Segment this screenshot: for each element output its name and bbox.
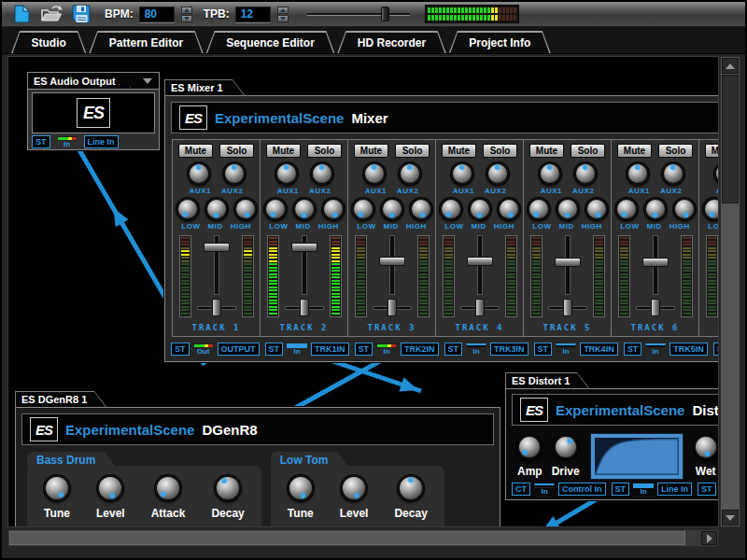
eq-knob[interactable] xyxy=(644,198,667,220)
pan-handle[interactable] xyxy=(388,299,397,316)
fader-track[interactable] xyxy=(653,235,658,295)
aux-knob[interactable] xyxy=(574,162,597,185)
pan-handle[interactable] xyxy=(212,299,221,316)
scroll-up-button[interactable] xyxy=(722,58,739,74)
port-name-badge[interactable]: TRK1IN xyxy=(311,343,349,356)
port-type-badge[interactable]: ST xyxy=(624,343,642,356)
window-es-audio-output[interactable]: ES Audio Output ES STInLine In xyxy=(27,72,160,150)
port-type-badge[interactable]: ST xyxy=(713,343,719,356)
solo-button[interactable]: Solo xyxy=(483,144,517,158)
eq-knob[interactable] xyxy=(381,198,403,220)
port-type-badge[interactable]: ST xyxy=(612,483,630,496)
window-es-mixer[interactable]: ES Mixer 1 ES ExperimentalScene Mixer Mu… xyxy=(164,79,719,362)
eq-knob[interactable] xyxy=(703,198,720,220)
aux-knob[interactable] xyxy=(223,162,246,185)
eq-knob[interactable] xyxy=(673,198,696,220)
level-knob[interactable] xyxy=(341,475,367,501)
scroll-down-button[interactable] xyxy=(722,510,739,525)
eq-knob[interactable] xyxy=(234,198,257,220)
fader-handle[interactable] xyxy=(467,257,493,266)
drive-knob[interactable] xyxy=(554,435,578,459)
tab-project-info[interactable]: Project Info xyxy=(449,31,551,53)
eq-knob[interactable] xyxy=(352,198,374,220)
aux-knob[interactable] xyxy=(627,162,649,185)
aux-knob[interactable] xyxy=(188,162,210,185)
port-type-badge[interactable]: ST xyxy=(171,343,190,356)
eq-knob[interactable] xyxy=(410,198,432,220)
tune-knob[interactable] xyxy=(44,475,70,501)
mute-button[interactable]: Mute xyxy=(529,144,564,158)
port-type-badge[interactable]: ST xyxy=(32,135,50,148)
mute-button[interactable]: Mute xyxy=(617,144,652,158)
eq-knob[interactable] xyxy=(293,198,316,220)
pan-slider[interactable] xyxy=(371,299,414,317)
window-titlebar[interactable]: ES Audio Output xyxy=(27,72,160,89)
decay-knob[interactable] xyxy=(398,475,424,501)
port-name-badge[interactable]: Line In xyxy=(84,135,119,148)
scroll-right-button[interactable] xyxy=(701,531,717,545)
tab-hd-recorder[interactable]: HD Recorder xyxy=(337,31,445,53)
port-type-badge[interactable]: ST xyxy=(355,343,374,356)
port-type-badge[interactable]: ST xyxy=(265,343,284,356)
bpm-down-button[interactable] xyxy=(181,15,192,22)
pan-handle[interactable] xyxy=(563,299,572,316)
fader-handle[interactable] xyxy=(642,258,669,267)
vertical-scrollbar[interactable] xyxy=(720,56,740,527)
window-es-distort[interactable]: ES Distort 1 ES ExperimentalScene Distor… xyxy=(505,372,719,500)
port-name-badge[interactable]: TRK2IN xyxy=(401,343,439,356)
window-es-dgenr8[interactable]: ES DGenR8 1 ES ExperimentalScene DGenR8 … xyxy=(15,391,500,527)
fader-track[interactable] xyxy=(302,235,307,295)
mute-button[interactable]: Mute xyxy=(178,144,213,158)
save-file-button[interactable] xyxy=(69,4,93,24)
fader-track[interactable] xyxy=(477,235,483,295)
solo-button[interactable]: Solo xyxy=(307,144,342,158)
tune-knob[interactable] xyxy=(288,475,314,501)
pan-slider[interactable] xyxy=(283,299,326,317)
tab-studio[interactable]: Studio xyxy=(11,31,86,53)
eq-knob[interactable] xyxy=(528,198,550,220)
horizontal-scrollbar[interactable] xyxy=(7,529,719,547)
pan-slider[interactable] xyxy=(458,299,501,317)
aux-knob[interactable] xyxy=(363,162,386,185)
open-file-button[interactable] xyxy=(39,4,63,24)
tpb-field[interactable]: 12 xyxy=(235,7,271,22)
eq-knob[interactable] xyxy=(615,198,638,220)
fader-track[interactable] xyxy=(214,235,219,295)
vertical-scroll-thumb[interactable] xyxy=(722,75,739,203)
mute-button[interactable]: Mute xyxy=(266,144,301,158)
window-titlebar[interactable]: ES Mixer 1 xyxy=(164,79,245,95)
solo-button[interactable]: Solo xyxy=(395,144,430,158)
port-name-badge[interactable]: Line In xyxy=(657,483,692,496)
fader-handle[interactable] xyxy=(555,258,581,267)
mute-button[interactable]: Mute xyxy=(442,144,476,158)
port-name-badge[interactable]: Control In xyxy=(558,483,606,496)
fader-handle[interactable] xyxy=(379,257,405,266)
eq-knob[interactable] xyxy=(557,198,579,220)
aux-knob[interactable] xyxy=(311,162,333,185)
aux-knob[interactable] xyxy=(399,162,421,185)
mute-button[interactable]: Mute xyxy=(354,144,388,158)
mute-button[interactable]: Mute xyxy=(705,144,719,158)
attack-knob[interactable] xyxy=(155,475,181,501)
bpm-field[interactable]: 80 xyxy=(139,7,175,22)
pan-slider[interactable] xyxy=(546,299,589,317)
tpb-up-button[interactable] xyxy=(277,7,289,14)
eq-knob[interactable] xyxy=(322,198,345,220)
port-name-badge[interactable]: TRK5IN xyxy=(669,343,708,356)
aux-knob[interactable] xyxy=(539,162,561,185)
master-volume-slider[interactable] xyxy=(307,5,410,23)
solo-button[interactable]: Solo xyxy=(658,144,693,158)
decay-knob[interactable] xyxy=(215,475,241,501)
fader-handle[interactable] xyxy=(204,243,230,252)
eq-knob[interactable] xyxy=(585,198,608,220)
aux-knob[interactable] xyxy=(714,162,720,185)
eq-knob[interactable] xyxy=(176,198,199,220)
tpb-down-button[interactable] xyxy=(277,15,289,22)
level-knob[interactable] xyxy=(97,475,123,501)
tab-sequence-editor[interactable]: Sequence Editor xyxy=(206,31,335,53)
pan-handle[interactable] xyxy=(651,299,660,316)
pan-slider[interactable] xyxy=(195,299,238,317)
port-type-badge[interactable]: ST xyxy=(534,343,553,356)
bpm-up-button[interactable] xyxy=(181,7,192,14)
slider-handle[interactable] xyxy=(381,7,389,21)
